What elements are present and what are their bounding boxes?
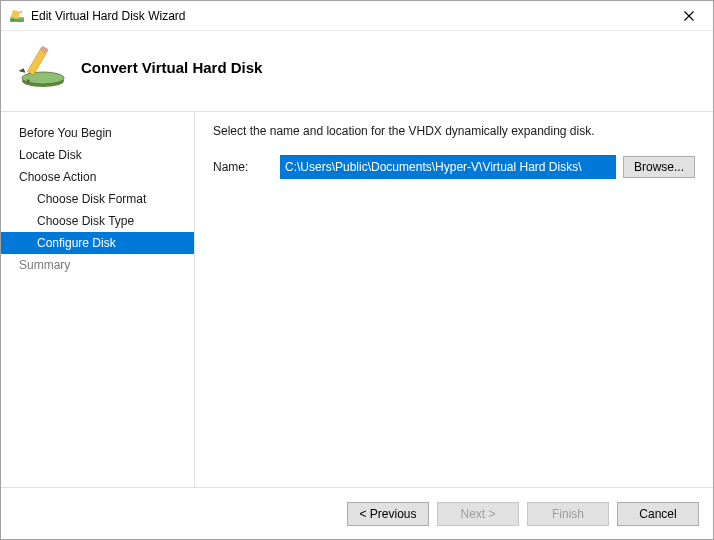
sidebar-step-2[interactable]: Choose Action xyxy=(1,166,194,188)
sidebar-step-4[interactable]: Choose Disk Type xyxy=(1,210,194,232)
previous-button[interactable]: < Previous xyxy=(347,502,429,526)
wizard-footer: < Previous Next > Finish Cancel xyxy=(1,487,713,539)
close-button[interactable] xyxy=(667,2,711,30)
name-row: Name: Browse... xyxy=(213,156,695,178)
wizard-content: Select the name and location for the VHD… xyxy=(195,112,713,487)
cancel-button[interactable]: Cancel xyxy=(617,502,699,526)
disk-pencil-icon xyxy=(19,43,67,91)
app-icon xyxy=(9,8,25,24)
wizard-body: Before You BeginLocate DiskChoose Action… xyxy=(1,111,713,487)
next-button[interactable]: Next > xyxy=(437,502,519,526)
wizard-header: Convert Virtual Hard Disk xyxy=(1,31,713,111)
sidebar-step-6[interactable]: Summary xyxy=(1,254,194,276)
page-title: Convert Virtual Hard Disk xyxy=(81,59,262,76)
sidebar-step-3[interactable]: Choose Disk Format xyxy=(1,188,194,210)
instruction-text: Select the name and location for the VHD… xyxy=(213,124,695,138)
svg-point-2 xyxy=(12,18,14,20)
sidebar-step-0[interactable]: Before You Begin xyxy=(1,122,194,144)
sidebar-step-5[interactable]: Configure Disk xyxy=(1,232,194,254)
name-label: Name: xyxy=(213,160,273,174)
browse-button[interactable]: Browse... xyxy=(623,156,695,178)
name-input[interactable] xyxy=(281,156,615,178)
sidebar-step-1[interactable]: Locate Disk xyxy=(1,144,194,166)
titlebar: Edit Virtual Hard Disk Wizard xyxy=(1,1,713,31)
finish-button[interactable]: Finish xyxy=(527,502,609,526)
wizard-window: Edit Virtual Hard Disk Wizard Convert Vi… xyxy=(0,0,714,540)
wizard-steps-sidebar: Before You BeginLocate DiskChoose Action… xyxy=(1,112,195,487)
window-title: Edit Virtual Hard Disk Wizard xyxy=(31,9,667,23)
